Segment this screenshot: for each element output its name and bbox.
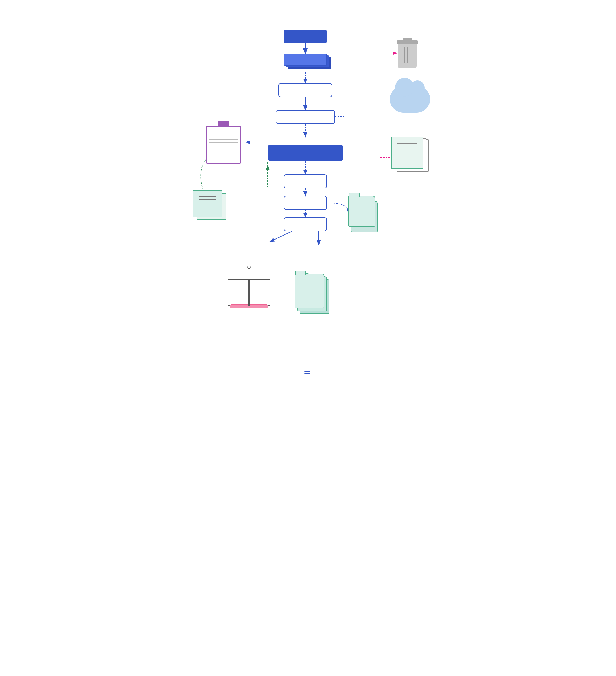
projplan-stack	[192, 190, 230, 223]
calendar-shape	[227, 271, 270, 308]
paper-label	[394, 148, 420, 150]
clip-line1	[209, 137, 238, 137]
do-it-box	[284, 174, 327, 188]
paper-line1	[397, 140, 418, 141]
trash-line2	[407, 47, 407, 63]
calendar-icon	[227, 271, 270, 308]
cal-spine	[248, 279, 249, 306]
cloud-icon	[390, 86, 430, 113]
paper-line3	[397, 146, 418, 147]
cal-pages-left	[227, 279, 250, 306]
what-is-it-box	[278, 83, 332, 97]
defer-box	[284, 217, 327, 231]
cloud-shape	[390, 86, 430, 113]
in-box-top	[284, 54, 327, 66]
diagram: ☰	[179, 24, 437, 373]
cal-pages-right	[247, 279, 270, 306]
na-stack	[294, 274, 332, 317]
float-logo-icon: ☰	[304, 370, 311, 378]
projects-icon	[206, 123, 241, 164]
paper-stack	[391, 137, 432, 174]
clipboard-body	[206, 126, 241, 164]
trash-line1	[404, 47, 405, 63]
projplan-line3	[199, 199, 216, 200]
clipboard	[206, 123, 241, 164]
paper-front	[391, 137, 424, 169]
trash-shape	[397, 40, 418, 68]
paper-line2	[397, 143, 418, 144]
project-plans-icon	[192, 190, 230, 223]
wf-folder-front	[348, 196, 375, 227]
projplan-front	[192, 190, 222, 217]
projplan-line1	[199, 194, 216, 194]
paper-folders-icon	[391, 137, 432, 174]
stuff-box	[284, 30, 327, 44]
wf-stack	[348, 196, 381, 233]
float-logo: ☰	[304, 370, 313, 378]
next-action-icon	[294, 274, 332, 317]
in-box	[284, 54, 327, 71]
clip-line2	[209, 139, 238, 140]
clip-line3	[209, 142, 238, 143]
cal-bookmark-line	[249, 268, 249, 279]
na-page1	[294, 274, 324, 308]
trash-body	[398, 44, 417, 68]
trash-line3	[410, 47, 410, 63]
trash-icon	[397, 40, 418, 70]
delegate-box	[284, 196, 327, 210]
clipboard-clip	[218, 121, 229, 125]
projplan-line2	[199, 196, 216, 197]
trash-lid	[397, 40, 418, 44]
actionable-box	[276, 110, 335, 124]
waiting-for-icon	[348, 196, 381, 233]
projects-label	[207, 127, 240, 135]
next-action-box	[268, 145, 343, 161]
page-container: ☰	[174, 5, 442, 389]
projplan-label	[195, 201, 219, 202]
